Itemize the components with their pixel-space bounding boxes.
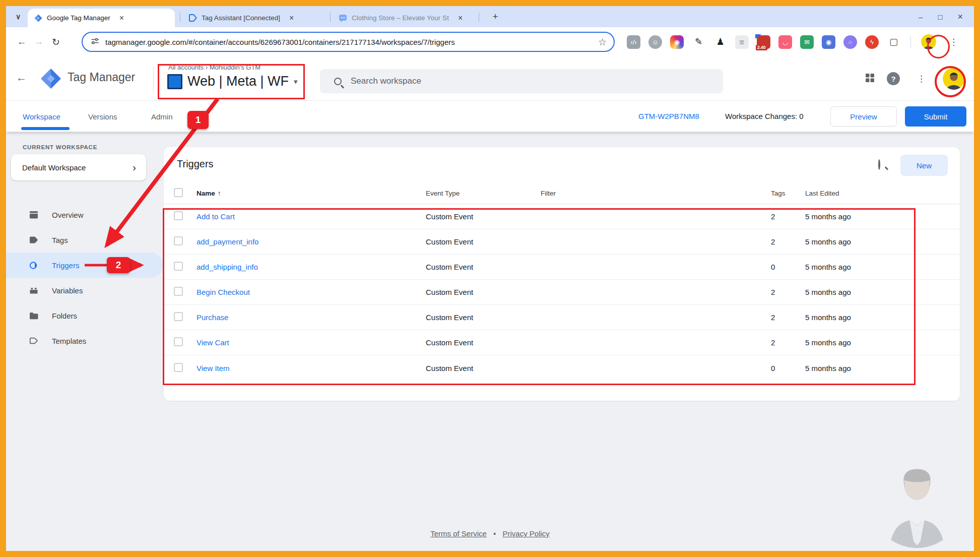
preview-button[interactable]: Preview — [830, 106, 897, 127]
apps-grid-icon[interactable] — [865, 73, 875, 85]
tab-admin[interactable]: Admin — [151, 101, 173, 132]
tab-title: Tag Assistant [Connected] — [202, 14, 280, 22]
new-trigger-button[interactable]: New — [900, 155, 948, 176]
account-breadcrumb[interactable]: All accounts › Mohiuddin's GTM — [168, 64, 260, 71]
chevron-down-icon[interactable]: ▾ — [294, 77, 298, 86]
pin-icon-glyph: ♟ — [716, 36, 724, 47]
last-edited-cell: 5 months ago — [805, 212, 950, 221]
select-all-checkbox[interactable] — [174, 188, 183, 197]
gtm-menu-icon[interactable]: ⋮ — [912, 74, 931, 84]
row-checkbox[interactable] — [174, 363, 183, 372]
browser-menu-icon[interactable]: ⋮ — [944, 37, 963, 47]
sidebar-item-triggers[interactable]: Triggers — [6, 253, 163, 278]
search-ext-icon[interactable]: ○ — [843, 35, 857, 49]
restore-button[interactable]: □ — [938, 13, 942, 21]
trigger-name-link[interactable]: View Cart — [197, 338, 426, 347]
smile-icon[interactable]: ◡ — [778, 35, 792, 49]
container-name[interactable]: Web | Meta | WF — [187, 74, 289, 89]
sidebar-item-folders[interactable]: Folders — [6, 303, 163, 328]
help-icon[interactable]: ? — [887, 72, 900, 85]
browser-tab-1[interactable]: Google Tag Manager× — [28, 9, 175, 27]
pin-icon[interactable]: ♟ — [713, 35, 727, 49]
variables-icon — [29, 287, 39, 294]
new-tab-button[interactable]: + — [489, 10, 502, 23]
back-button[interactable]: ← — [13, 33, 30, 50]
column-name[interactable]: Name↑ — [197, 190, 426, 197]
clipboard-icon[interactable]: ▢ — [887, 35, 900, 49]
address-bar[interactable]: tagmanager.google.com/#/container/accoun… — [82, 32, 615, 52]
templates-icon — [29, 337, 39, 344]
container-id-link[interactable]: GTM-W2PB7NM8 — [638, 112, 699, 120]
column-tags[interactable]: Tags — [771, 190, 805, 197]
tab-strip: ∨ Google Tag Manager×Tag Assistant [Conn… — [6, 6, 974, 27]
tags-count-cell: 0 — [771, 364, 805, 373]
browser-tab-3[interactable]: Clothing Store – Elevate Your St× — [333, 9, 474, 27]
workspace-search-input[interactable]: Search workspace — [320, 69, 723, 93]
code-icon[interactable]: ‹/› — [627, 35, 640, 49]
smile-icon-glyph: ◡ — [782, 38, 788, 46]
column-event-type[interactable]: Event Type — [426, 190, 541, 197]
event-type-cell: Custom Event — [426, 263, 541, 271]
trigger-name-link[interactable]: add_shipping_info — [197, 263, 426, 271]
tab-versions[interactable]: Versions — [88, 101, 117, 132]
submit-button[interactable]: Submit — [905, 106, 966, 127]
preview-eye-icon[interactable]: ◉ — [822, 35, 835, 49]
browser-profile-avatar[interactable] — [921, 34, 936, 49]
row-checkbox[interactable] — [174, 287, 183, 296]
lightning-icon[interactable]: ϟ — [865, 35, 879, 49]
row-checkbox[interactable] — [174, 337, 183, 346]
row-checkbox[interactable] — [174, 211, 183, 220]
tab-close-icon[interactable]: × — [456, 14, 465, 23]
footer-separator: • — [493, 529, 496, 538]
url-text[interactable]: tagmanager.google.com/#/container/accoun… — [105, 38, 598, 46]
sidebar-item-tags[interactable]: Tags — [6, 227, 163, 253]
tab-separator — [479, 13, 479, 22]
search-icon — [334, 78, 342, 85]
default-workspace-card[interactable]: Default Workspace › — [11, 154, 146, 180]
instagram-icon[interactable]: ◉ — [670, 35, 684, 49]
privacy-policy-link[interactable]: Privacy Policy — [502, 529, 549, 538]
tab-separator — [180, 13, 180, 22]
tune-icon[interactable] — [91, 37, 99, 47]
column-last-edited[interactable]: Last Edited — [805, 190, 950, 197]
trigger-name-link[interactable]: Begin Checkout — [197, 288, 426, 296]
trigger-name-link[interactable]: add_payment_info — [197, 237, 426, 246]
bookmark-star-icon[interactable]: ☆ — [598, 36, 607, 48]
gtm-profile-avatar[interactable] — [943, 68, 965, 90]
last-edited-cell: 5 months ago — [805, 263, 950, 271]
trigger-name-link[interactable]: Add to Cart — [197, 212, 426, 221]
row-checkbox[interactable] — [174, 262, 183, 271]
reload-button[interactable]: ↻ — [47, 33, 64, 50]
sidebar-item-label: Templates — [52, 337, 86, 345]
browser-tab-2[interactable]: Tag Assistant [Connected]× — [182, 9, 323, 27]
mail-icon[interactable]: ✉ — [800, 35, 814, 49]
terms-of-service-link[interactable]: Terms of Service — [430, 529, 487, 538]
gtm-logo-icon[interactable] — [40, 68, 61, 91]
minimize-button[interactable]: – — [919, 13, 923, 21]
sidebar-item-overview[interactable]: Overview — [6, 202, 163, 227]
adblock-icon[interactable]: 2.40 — [757, 35, 770, 49]
sidebar-item-templates[interactable]: Templates — [6, 328, 163, 353]
event-type-cell: Custom Event — [426, 288, 541, 296]
eyedropper-icon[interactable]: ✎ — [692, 35, 705, 49]
tab-close-icon[interactable]: × — [287, 14, 296, 23]
notes-icon[interactable]: ≣ — [735, 35, 749, 49]
triggers-icon — [29, 261, 39, 270]
container-selector[interactable]: Web | Meta | WF ▾ — [167, 74, 298, 89]
reddit-icon[interactable]: ☺ — [648, 35, 662, 49]
sidebar-item-variables[interactable]: Variables — [6, 278, 163, 303]
trigger-name-link[interactable]: Purchase — [197, 313, 426, 322]
tab-close-icon[interactable]: × — [117, 14, 126, 23]
trigger-name-link[interactable]: View Item — [197, 364, 426, 373]
gtm-back-icon[interactable]: ← — [16, 72, 27, 84]
last-edited-cell: 5 months ago — [805, 338, 950, 347]
row-checkbox[interactable] — [174, 236, 183, 245]
table-search-icon[interactable] — [878, 159, 880, 170]
row-checkbox[interactable] — [174, 312, 183, 321]
table-row: Add to CartCustom Event25 months ago — [164, 204, 960, 229]
column-filter[interactable]: Filter — [541, 190, 771, 197]
forward-button[interactable]: → — [30, 33, 47, 50]
tags-count-cell: 2 — [771, 313, 805, 322]
close-window-button[interactable]: × — [957, 12, 963, 22]
tab-search-icon[interactable]: ∨ — [11, 10, 25, 23]
